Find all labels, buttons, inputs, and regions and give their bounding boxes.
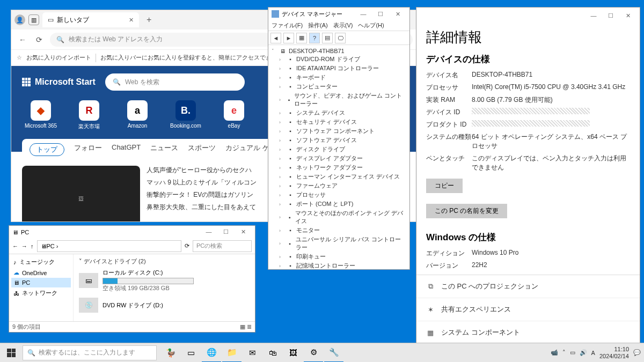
up-button[interactable]: ↑ — [31, 243, 34, 249]
forward-icon[interactable]: ► — [283, 33, 294, 43]
device-category[interactable]: ›▪ヒューマン インターフェイス デバイス — [272, 172, 406, 181]
section-drives[interactable]: ˅ デバイスとドライブ (2) — [79, 257, 250, 265]
tree-root[interactable]: ˅ 🖥 DESKTOP-4THBB71 — [272, 47, 406, 55]
web-search-box[interactable]: 🔍 Web を検索 — [105, 73, 245, 91]
explorer-search[interactable]: PCの検索 — [193, 240, 252, 252]
device-category[interactable]: ›▪ポート (COM と LPT) — [272, 200, 406, 209]
expand-icon[interactable]: › — [279, 165, 284, 171]
tab-top[interactable]: トップ — [30, 143, 64, 156]
network-icon[interactable]: ▭ — [570, 349, 575, 356]
device-category[interactable]: ›▪サウンド、ビデオ、およびゲーム コントローラー — [272, 91, 406, 108]
close-button[interactable]: ✕ — [389, 11, 406, 18]
expand-icon[interactable]: › — [279, 138, 284, 143]
ms-start-logo[interactable]: Microsoft Start — [22, 77, 96, 87]
maximize-button[interactable]: ☐ — [372, 11, 389, 18]
task-view-button[interactable]: ▭ — [181, 343, 201, 363]
device-category[interactable]: ›▪セキュリティ デバイス — [272, 117, 406, 127]
device-category[interactable]: ›▪IDE ATA/ATAPI コントローラー — [272, 64, 406, 73]
close-button[interactable]: ✕ — [235, 228, 252, 235]
expand-icon[interactable]: › — [279, 129, 284, 134]
expand-icon[interactable]: › — [279, 57, 284, 62]
shortcut-ebay[interactable]: eeBay — [215, 100, 253, 130]
edge-taskbar-icon[interactable]: 🌐 — [202, 343, 221, 363]
explorer-taskbar-icon[interactable]: 📁 — [222, 343, 241, 363]
shortcut-ms365[interactable]: ◆Microsoft 365 — [22, 100, 60, 130]
properties-icon[interactable]: ▦ — [296, 33, 307, 43]
device-category[interactable]: ›▪ソフトウェア コンポーネント — [272, 127, 406, 136]
title-bar[interactable]: — ☐ ✕ — [416, 8, 640, 24]
menu-help[interactable]: ヘルプ(H) — [358, 21, 384, 29]
nav-music[interactable]: ♪ミュージック — [11, 256, 71, 268]
expand-icon[interactable]: › — [279, 202, 284, 207]
menu-file[interactable]: ファイル(F) — [272, 21, 303, 29]
expand-icon[interactable]: › — [279, 110, 284, 116]
device-tree[interactable]: ˅ 🖥 DESKTOP-4THBB71 ›▪DVD/CD-ROM ドライブ›▪I… — [268, 45, 409, 269]
expand-icon[interactable]: › — [279, 120, 284, 125]
refresh-button[interactable]: ⟳ — [34, 34, 45, 45]
expand-icon[interactable]: › — [279, 228, 284, 233]
device-category[interactable]: ›▪ディスプレイ アダプター — [272, 154, 406, 163]
device-category[interactable]: ›▪ソフトウェア デバイス — [272, 136, 406, 145]
device-category[interactable]: ›▪キーボード — [272, 73, 406, 82]
nav-network[interactable]: 🖧ネットワーク — [11, 287, 71, 299]
drive-d[interactable]: 💿 DVD RW ドライブ (D:) — [79, 298, 250, 313]
device-category[interactable]: ›▪モニター — [272, 226, 406, 235]
close-tab-icon[interactable]: ✕ — [129, 17, 134, 24]
refresh-button[interactable]: ⟳ — [185, 242, 189, 249]
details-icon[interactable]: ▤ — [322, 33, 333, 43]
device-category[interactable]: ›▪プロセッサ — [272, 190, 406, 200]
back-button[interactable]: ← — [12, 243, 18, 249]
device-category[interactable]: ›▪システム デバイス — [272, 108, 406, 117]
expand-icon[interactable]: › — [279, 156, 284, 161]
expand-icon[interactable]: › — [279, 66, 284, 71]
shortcut-rakuten[interactable]: R楽天市場 — [70, 100, 108, 130]
weather-widget[interactable]: 🦆 — [161, 343, 180, 363]
photos-taskbar-icon[interactable]: 🖼 — [283, 343, 303, 363]
link-shared-experiences[interactable]: ✶共有エクスペリエンス — [416, 298, 640, 321]
tab-sports[interactable]: スポーツ — [188, 143, 216, 156]
feed-image[interactable]: 🖼 — [22, 166, 140, 221]
collapse-icon[interactable]: ˅ — [272, 48, 277, 54]
import-favorites-link[interactable]: お気に入りのインポート — [26, 54, 91, 62]
device-category[interactable]: ›▪ユニバーサル シリアル バス コントローラー — [272, 235, 406, 252]
tray-chevron-icon[interactable]: ˄ — [562, 349, 566, 356]
copy-button[interactable]: コピー — [426, 179, 463, 193]
expand-icon[interactable]: › — [279, 254, 284, 260]
tab-chatgpt[interactable]: ChatGPT — [112, 143, 141, 156]
expand-icon[interactable]: › — [279, 97, 284, 102]
menu-view[interactable]: 表示(V) — [333, 21, 353, 29]
maximize-button[interactable]: ☐ — [602, 12, 619, 19]
title-bar[interactable]: デバイス マネージャー — ☐ ✕ — [268, 8, 409, 20]
back-icon[interactable]: ◄ — [270, 33, 281, 43]
profile-icon[interactable]: 👤 — [14, 14, 25, 25]
expand-icon[interactable]: › — [279, 84, 284, 90]
rename-pc-button[interactable]: この PC の名前を変更 — [426, 204, 507, 218]
device-category[interactable]: ›▪マウスとそのほかのポインティング デバイス — [272, 209, 406, 226]
link-projection[interactable]: ⧉この PC へのプロジェクション — [416, 275, 640, 298]
mail-taskbar-icon[interactable]: ✉ — [243, 343, 262, 363]
settings-taskbar-icon[interactable]: ⚙ — [304, 343, 323, 363]
tab-news[interactable]: ニュース — [150, 143, 178, 156]
expand-icon[interactable]: › — [279, 263, 284, 269]
expand-icon[interactable]: › — [279, 215, 284, 220]
taskbar-search[interactable]: 🔍 検索するには、ここに入力します — [23, 345, 157, 360]
device-category[interactable]: ›▪ディスク ドライブ — [272, 145, 406, 154]
store-taskbar-icon[interactable]: 🛍 — [263, 343, 282, 363]
back-button[interactable]: ← — [17, 34, 28, 45]
breadcrumb[interactable]: 🖥 PC › — [37, 240, 182, 252]
device-category[interactable]: ›▪コンピューター — [272, 82, 406, 91]
expand-icon[interactable]: › — [279, 193, 284, 198]
minimize-button[interactable]: — — [585, 12, 602, 19]
menu-action[interactable]: 操作(A) — [308, 21, 328, 29]
expand-icon[interactable]: › — [279, 174, 284, 180]
device-category[interactable]: ›▪DVD/CD-ROM ドライブ — [272, 55, 406, 64]
device-category[interactable]: ›▪ネットワーク アダプター — [272, 163, 406, 172]
device-category[interactable]: ›▪ファームウェア — [272, 181, 406, 190]
browser-tab[interactable]: ▭ 新しいタブ ✕ — [42, 12, 139, 27]
nav-pc[interactable]: 🖥PC — [11, 278, 71, 287]
expand-icon[interactable]: › — [279, 241, 284, 246]
minimize-button[interactable]: — — [200, 228, 217, 235]
volume-icon[interactable]: 🔊 — [580, 349, 587, 356]
title-bar[interactable]: 🖥 PC — ☐ ✕ — [9, 226, 255, 239]
clock[interactable]: 11:10 2024/02/14 — [599, 346, 629, 359]
